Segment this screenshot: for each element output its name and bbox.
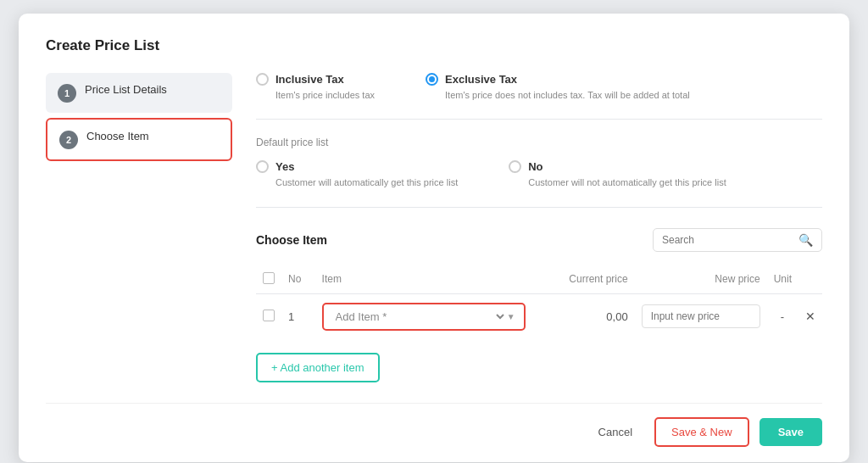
col-header-item: Item (315, 265, 536, 294)
choose-item-header: Choose Item 🔍 (256, 228, 822, 252)
modal-body: 1 Price List Details 2 Choose Item Inclu… (46, 73, 822, 403)
exclusive-tax-desc: Item's price does not includes tax. Tax … (445, 89, 690, 102)
sidebar-item-price-list-details[interactable]: 1 Price List Details (46, 73, 232, 113)
default-no-radio[interactable] (509, 160, 521, 173)
inclusive-tax-header: Inclusive Tax (256, 73, 375, 86)
modal-title: Create Price List (46, 37, 822, 54)
default-yes-radio[interactable] (256, 160, 269, 173)
row-unit-cell: - (767, 293, 798, 339)
default-yes-desc: Customer will automatically get this pri… (275, 176, 458, 189)
save-button[interactable]: Save (760, 418, 822, 446)
sidebar-item-label-1: Price List Details (85, 83, 167, 96)
search-input[interactable] (662, 234, 798, 246)
sidebar-item-number-2: 2 (59, 131, 78, 149)
add-another-item-button[interactable]: + Add another item (256, 353, 380, 382)
cancel-button[interactable]: Cancel (587, 419, 644, 445)
default-yes-option: Yes Customer will automatically get this… (256, 160, 458, 189)
modal-footer: Cancel Save & New Save (46, 403, 822, 462)
tax-section: Inclusive Tax Item's price includes tax … (256, 73, 822, 120)
sidebar-item-number-1: 1 (58, 84, 76, 103)
default-no-header: No (509, 160, 726, 173)
add-item-select[interactable]: Add Item * (332, 310, 507, 324)
table-header-row: No Item Current price New price Unit (256, 265, 822, 294)
default-price-list-section: Default price list Yes Customer will aut… (256, 137, 822, 207)
inclusive-tax-radio[interactable] (256, 73, 269, 86)
default-no-desc: Customer will not automatically get this… (528, 176, 726, 189)
item-table: No Item Current price New price Unit (256, 265, 822, 339)
search-box: 🔍 (653, 228, 822, 252)
row-checkbox[interactable] (263, 310, 275, 321)
row-item-cell: Add Item * ▼ (315, 293, 536, 339)
row-number-cell: 1 (281, 293, 315, 339)
choose-item-section: Choose Item 🔍 No Item (256, 228, 822, 403)
search-icon: 🔍 (798, 233, 813, 247)
default-no-label: No (528, 160, 542, 173)
content-area: Inclusive Tax Item's price includes tax … (256, 73, 822, 403)
select-all-checkbox[interactable] (263, 272, 275, 284)
create-price-list-modal: Create Price List 1 Price List Details 2… (19, 14, 849, 462)
col-header-action (798, 265, 822, 294)
row-delete-cell: ✕ (798, 293, 822, 339)
default-price-list-label: Default price list (256, 137, 822, 148)
default-no-option: No Customer will not automatically get t… (509, 160, 726, 189)
exclusive-tax-header: Exclusive Tax (426, 73, 690, 86)
delete-row-button[interactable]: ✕ (805, 310, 815, 323)
sidebar-item-choose-item[interactable]: 2 Choose Item (46, 118, 232, 161)
row-new-price-cell (635, 293, 767, 339)
row-current-price-cell: 0,00 (536, 293, 635, 339)
exclusive-tax-option: Exclusive Tax Item's price does not incl… (426, 73, 690, 102)
default-yes-header: Yes (256, 160, 458, 173)
inclusive-tax-option: Inclusive Tax Item's price includes tax (256, 73, 375, 102)
col-header-new-price: New price (635, 265, 767, 294)
save-new-button[interactable]: Save & New (654, 417, 749, 447)
inclusive-tax-label: Inclusive Tax (275, 73, 344, 86)
unit-dash: - (774, 310, 791, 323)
table-row: 1 Add Item * ▼ 0,00 (256, 293, 822, 339)
sidebar-item-label-2: Choose Item (86, 130, 149, 142)
default-yes-label: Yes (275, 160, 294, 173)
dropdown-arrow-icon: ▼ (507, 312, 515, 321)
exclusive-tax-label: Exclusive Tax (445, 73, 517, 86)
add-item-select-wrapper: Add Item * ▼ (322, 303, 526, 331)
row-checkbox-cell (256, 293, 281, 339)
col-header-no: No (281, 265, 315, 294)
choose-item-title: Choose Item (256, 233, 327, 247)
exclusive-tax-radio[interactable] (426, 73, 438, 86)
col-header-checkbox (256, 265, 281, 294)
col-header-current-price: Current price (536, 265, 635, 294)
col-header-unit: Unit (767, 265, 798, 294)
sidebar: 1 Price List Details 2 Choose Item (46, 73, 232, 403)
inclusive-tax-desc: Item's price includes tax (275, 89, 375, 102)
default-options: Yes Customer will automatically get this… (256, 160, 822, 189)
new-price-input[interactable] (642, 304, 760, 328)
